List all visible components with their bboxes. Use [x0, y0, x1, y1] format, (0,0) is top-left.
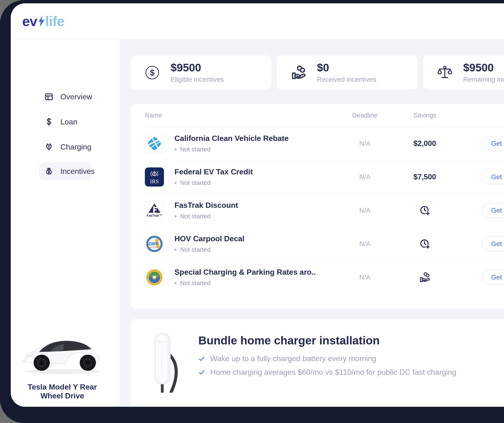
sidebar-item-incentives[interactable]: Incentives — [39, 162, 92, 180]
savings-value: $2,000 — [399, 139, 451, 148]
column-header-name: Name — [145, 112, 331, 119]
clock-plus-icon — [419, 205, 430, 216]
status-dot — [174, 215, 177, 217]
status-text: Not started — [180, 246, 210, 253]
stat-card-received: $0 Received incentives — [277, 55, 418, 90]
dmv-logo-text: DMV — [149, 241, 159, 246]
evlife-logo: ev life — [22, 13, 64, 29]
table-row: Special Charging & Parking Rates aro.. N… — [145, 261, 504, 294]
incentive-name: California Clean Vehicle Rebate — [174, 134, 288, 143]
get-started-button[interactable]: Get started — [482, 136, 504, 151]
logo-text-life: life — [45, 13, 64, 29]
bundle-bullet-text: Home charging averages $60/mo vs $110/mo… — [210, 368, 456, 377]
incentive-name: HOV Carpool Decal — [174, 234, 244, 243]
table-row: DMV DRIVING CHANGE... HOV Carpool Decal … — [145, 227, 504, 261]
deadline-value: N/A — [331, 240, 399, 248]
stat-cards: $ $9500 Eligible incentives — [131, 55, 504, 90]
irs-logo-text: IRS — [150, 178, 159, 184]
cvrp-logo — [145, 134, 164, 153]
deadline-value: N/A — [331, 173, 399, 181]
logo-text-ev: ev — [22, 13, 37, 29]
app-window: ev life Overview — [11, 3, 504, 407]
bundle-bullet-text: Wake up to a fully charged battery every… — [210, 354, 376, 363]
sidebar-item-overview[interactable]: Overview — [39, 88, 96, 106]
clock-plus-icon — [419, 238, 430, 249]
overview-icon — [44, 92, 54, 102]
sidebar: Overview Loan Charging — [11, 39, 120, 407]
tesla-wall-charger-image: TESLA — [148, 331, 179, 393]
deadline-value: N/A — [331, 140, 399, 147]
table-row: California Clean Vehicle Rebate Not star… — [145, 127, 504, 160]
stat-card-remaining: $9500 Remaining incentives — [423, 55, 504, 90]
charger-brand-text: TESLA — [157, 341, 168, 343]
deadline-value: N/A — [331, 207, 399, 214]
stat-label: Eligible incentives — [171, 76, 224, 83]
bundle-promo-card: TESLA Bundle home charger installation W… — [131, 319, 504, 407]
stat-card-eligible: $ $9500 Eligible incentives — [131, 55, 271, 90]
get-started-button[interactable]: Get started — [482, 203, 504, 218]
status-text: Not started — [180, 213, 210, 220]
incentive-name: Special Charging & Parking Rates aro.. — [174, 268, 316, 276]
incentive-name: Federal EV Tax Credit — [174, 167, 253, 176]
check-icon — [198, 356, 205, 362]
fastrak-logo-text: FasTrak™ — [147, 214, 162, 217]
status-dot — [174, 182, 177, 184]
fastrak-logo: FasTrak™ — [145, 201, 164, 220]
main-content: $ $9500 Eligible incentives — [120, 39, 504, 407]
sidebar-item-label: Charging — [60, 143, 91, 151]
lightning-bolt-icon — [38, 16, 45, 27]
get-started-button[interactable]: Get started — [482, 270, 504, 285]
check-icon — [198, 369, 205, 376]
status-text: Not started — [180, 279, 210, 287]
sidebar-item-label: Overview — [60, 92, 92, 101]
vehicle-panel: Tesla Model Y Rear Wheel Drive — [20, 331, 104, 400]
stat-label: Received incentives — [317, 76, 376, 83]
scale-icon — [437, 65, 453, 80]
incentive-name: FasTrak Discount — [174, 201, 238, 210]
stat-label: Remaining incentives — [463, 76, 504, 83]
svg-text:$: $ — [150, 68, 155, 77]
column-header-savings: Savings — [399, 112, 451, 119]
incentives-moneybag-icon — [44, 166, 54, 176]
sidebar-item-charging[interactable]: Charging — [39, 138, 96, 156]
dmv-logo: DMV DRIVING CHANGE... — [145, 234, 164, 253]
incentives-table: Name Deadline Savings — [131, 104, 504, 308]
stat-value: $9500 — [463, 62, 504, 74]
column-header-deadline: Deadline — [331, 112, 399, 119]
tesla-model-y-image — [20, 331, 104, 375]
bundle-bullet: Wake up to a fully charged battery every… — [198, 354, 456, 363]
deadline-value: N/A — [331, 274, 399, 281]
irs-logo: IRS — [145, 167, 164, 187]
status-dot — [174, 282, 177, 284]
vehicle-caption: Tesla Model Y Rear Wheel Drive — [20, 383, 104, 400]
status-dot — [174, 148, 177, 150]
hand-coins-icon — [291, 65, 306, 80]
savings-value: $7,500 — [399, 173, 451, 181]
hand-coins-icon — [419, 272, 431, 283]
stat-value: $9500 — [171, 62, 224, 74]
sidebar-item-label: Loan — [60, 117, 77, 126]
get-started-button[interactable]: Get started — [482, 236, 504, 251]
table-header-row: Name Deadline Savings — [145, 104, 504, 127]
sidebar-item-label: Incentives — [60, 167, 95, 176]
bundle-bullet: Home charging averages $60/mo vs $110/mo… — [198, 368, 456, 377]
header: ev life — [11, 3, 504, 39]
get-started-button[interactable]: Get started — [482, 170, 504, 184]
bundle-title: Bundle home charger installation — [198, 334, 456, 347]
svg-text:DRIVING CHANGE...: DRIVING CHANGE... — [147, 246, 160, 248]
sidebar-item-loan[interactable]: Loan — [39, 113, 96, 131]
stat-value: $0 — [317, 62, 376, 74]
status-dot — [174, 249, 177, 251]
table-row: IRS Federal EV Tax Credit Not started N/… — [145, 160, 504, 194]
loan-icon — [44, 117, 54, 127]
coin-icon: $ — [144, 65, 160, 80]
status-text: Not started — [180, 179, 210, 187]
charging-plug-icon — [44, 142, 54, 152]
table-row: FasTrak™ FasTrak Discount Not started N/… — [145, 194, 504, 227]
sacramento-seal-logo — [145, 268, 164, 287]
status-text: Not started — [180, 146, 210, 153]
